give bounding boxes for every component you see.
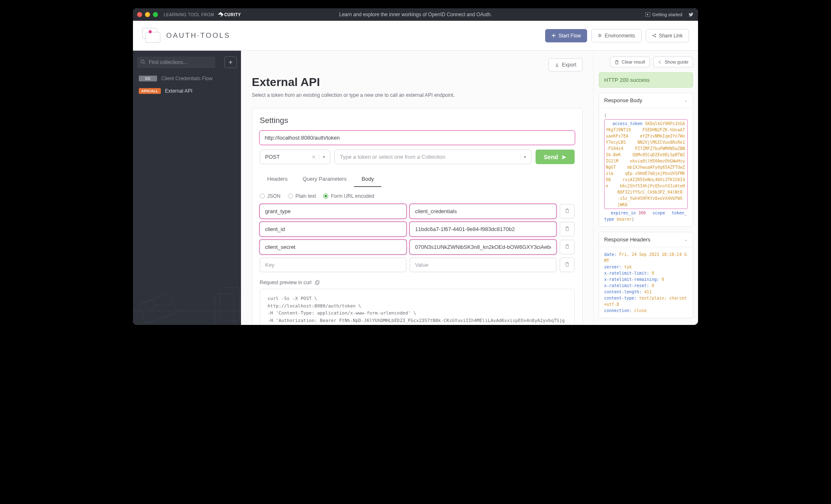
- tag-apicall: APICALL: [139, 88, 161, 94]
- arrow-left-icon: [658, 60, 662, 64]
- sliders-icon: [597, 33, 602, 38]
- form-value-input[interactable]: [410, 240, 556, 254]
- sidebar-item-apicall[interactable]: APICALL External API: [137, 86, 237, 96]
- settings-panel: Settings POST ✕ ▾ Type a token or select…: [252, 108, 583, 325]
- radio-json[interactable]: JSON: [260, 193, 280, 199]
- tag-cc: CC: [139, 76, 157, 81]
- play-icon: [645, 12, 650, 17]
- delete-row-button[interactable]: [560, 204, 575, 219]
- add-collection-button[interactable]: +: [224, 57, 237, 68]
- form-value-input[interactable]: [410, 222, 556, 236]
- window-controls: [137, 12, 158, 17]
- trash-icon: [565, 262, 570, 267]
- svg-rect-12: [316, 280, 319, 284]
- start-flow-button[interactable]: Start Flow: [545, 29, 587, 42]
- http-status: HTTP 200 success: [599, 72, 693, 88]
- svg-rect-13: [315, 281, 318, 285]
- form-key-input[interactable]: [260, 240, 406, 254]
- form-value-input[interactable]: [410, 258, 556, 272]
- svg-point-9: [145, 300, 155, 310]
- chevron-down-icon: ⌄: [684, 98, 688, 103]
- form-key-input[interactable]: [260, 204, 406, 219]
- response-panel: Clear result Show guide HTTP 200 success…: [593, 51, 698, 325]
- response-body-header[interactable]: Response Body ⌄: [599, 93, 693, 108]
- tab-headers[interactable]: Headers: [260, 172, 295, 187]
- search-icon: [140, 59, 145, 64]
- form-key-input[interactable]: [260, 258, 406, 272]
- trash-icon: [615, 60, 619, 64]
- logo-text: OAUTH·TOOLS: [166, 32, 231, 40]
- token-select[interactable]: Type a token or select one from a Collec…: [334, 150, 531, 164]
- send-arrow-icon: ➤: [561, 154, 566, 160]
- send-button[interactable]: Send ➤: [536, 150, 575, 164]
- svg-point-7: [141, 60, 144, 63]
- gear-icon: ✸: [148, 29, 152, 35]
- clear-result-button[interactable]: Clear result: [610, 57, 649, 67]
- copy-icon[interactable]: [315, 280, 320, 285]
- clear-icon[interactable]: ✕: [312, 154, 316, 160]
- delete-row-button[interactable]: [560, 240, 575, 254]
- form-row: [260, 222, 575, 236]
- body-type-radios: JSON Plain text Form URL encoded: [260, 193, 575, 199]
- chevron-down-icon: ⌄: [684, 237, 688, 242]
- trash-icon: [565, 226, 570, 231]
- url-input[interactable]: [260, 131, 575, 145]
- form-row: [260, 204, 575, 219]
- delete-row-button[interactable]: [560, 258, 575, 272]
- chevron-down-icon: ▾: [319, 155, 325, 159]
- main-content: Export External API Select a token from …: [241, 51, 593, 325]
- app-logo: ✸ OAUTH·TOOLS: [142, 28, 231, 44]
- chevron-down-icon: ▾: [520, 155, 526, 159]
- svg-rect-8: [139, 293, 177, 324]
- curl-preview: curl -Ss -X POST \ http://localhost:8080…: [260, 289, 575, 325]
- trash-icon: [565, 208, 570, 213]
- sidebar-item-label: External API: [165, 88, 192, 94]
- sidebar: + CC Client Credentials Flow APICALL Ext…: [133, 51, 241, 325]
- svg-point-2: [600, 35, 601, 36]
- environments-button[interactable]: Environments: [591, 29, 641, 42]
- share-link-button[interactable]: Share Link: [646, 29, 689, 42]
- form-key-input[interactable]: [260, 222, 406, 236]
- svg-point-3: [599, 36, 600, 37]
- share-icon: [652, 33, 656, 38]
- radio-plain[interactable]: Plain text: [288, 193, 316, 199]
- settings-heading: Settings: [260, 116, 575, 125]
- delete-row-button[interactable]: [560, 222, 575, 236]
- plus-icon: [551, 33, 556, 38]
- page-subtitle: Select a token from an existing collecti…: [252, 92, 583, 98]
- download-icon: [555, 63, 559, 67]
- close-window-icon[interactable]: [137, 12, 142, 17]
- curl-preview-label: Request preview in curl: [260, 280, 575, 285]
- minimize-window-icon[interactable]: [145, 12, 150, 17]
- twitter-icon: [688, 12, 694, 17]
- form-row-empty: [260, 258, 575, 272]
- request-tabs: Headers Query Parameters Body: [260, 172, 575, 187]
- form-value-input[interactable]: [410, 204, 556, 219]
- form-rows: [260, 204, 575, 272]
- search-input[interactable]: [137, 57, 215, 68]
- export-button[interactable]: Export: [548, 58, 583, 71]
- curity-logo: CURITY: [218, 12, 241, 17]
- maximize-window-icon[interactable]: [153, 12, 158, 17]
- tab-query[interactable]: Query Parameters: [295, 172, 354, 187]
- sidebar-item-cc[interactable]: CC Client Credentials Flow: [137, 73, 237, 84]
- trash-icon: [565, 244, 570, 249]
- svg-point-1: [599, 34, 600, 35]
- svg-rect-11: [215, 294, 234, 325]
- learning-from-label: LEARNING TOOL FROM: [164, 12, 214, 17]
- getting-started-link[interactable]: Getting started: [645, 12, 682, 17]
- radio-form-url[interactable]: Form URL encoded: [323, 193, 374, 199]
- tab-body[interactable]: Body: [354, 172, 381, 187]
- method-select[interactable]: POST ✕ ▾: [260, 150, 330, 164]
- show-guide-button[interactable]: Show guide: [653, 57, 693, 67]
- response-headers-card: Response Headers ⌄ date: Fri, 24 Sep 202…: [599, 232, 693, 318]
- toolbar: ✸ OAUTH·TOOLS Start Flow Environments Sh…: [133, 21, 698, 51]
- titlebar: LEARNING TOOL FROM CURITY Learn and expl…: [133, 8, 698, 21]
- decorative-art: [133, 267, 241, 325]
- titlebar-subtitle: Learn and explore the inner workings of …: [339, 12, 492, 17]
- sidebar-item-label: Client Credentials Flow: [161, 76, 212, 81]
- response-body-content: {access_token SKQqlkGf0RPs1hGAYKgTJ9NT19…: [599, 108, 693, 226]
- response-headers-header[interactable]: Response Headers ⌄: [599, 232, 693, 247]
- svg-rect-10: [220, 288, 239, 321]
- twitter-link[interactable]: [688, 12, 694, 17]
